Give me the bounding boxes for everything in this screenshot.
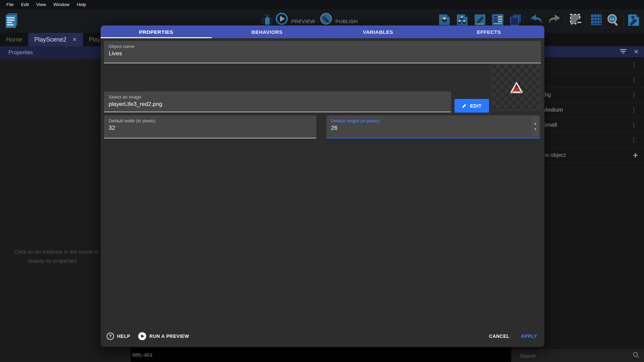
tab-home[interactable]: Home — [0, 33, 28, 46]
help-button[interactable]: ? HELP — [107, 333, 130, 340]
tab-properties[interactable]: PROPERTIES — [101, 25, 212, 38]
default-width-input[interactable] — [109, 125, 312, 131]
ship-sprite-icon — [508, 80, 525, 95]
default-width-field[interactable]: Default width (in pixels) — [104, 115, 316, 138]
object-menu-icon[interactable]: ⋮ — [631, 137, 644, 143]
properties-panel-title: Properties — [8, 50, 33, 56]
filter-icon[interactable] — [620, 49, 627, 55]
pencil-icon — [462, 103, 467, 108]
redo-icon[interactable] — [547, 13, 562, 28]
objects-search-bar — [511, 349, 644, 362]
menu-help[interactable]: Help — [73, 2, 90, 7]
app-window: File Edit View Window Help — [0, 0, 644, 362]
menu-window[interactable]: Window — [50, 2, 73, 7]
object-menu-icon[interactable]: ⋮ — [631, 92, 644, 98]
dialog-footer: ? HELP RUN A PREVIEW CANCEL APPLY — [107, 329, 537, 344]
tab-close-icon[interactable]: ✕ — [72, 37, 77, 43]
svg-text:1:1: 1:1 — [610, 17, 614, 21]
apply-button[interactable]: APPLY — [521, 334, 537, 339]
plus-icon: + — [633, 151, 644, 160]
grid-icon[interactable] — [590, 13, 603, 28]
play-icon — [138, 332, 146, 340]
tab-playscene2-label: PlayScene2 — [34, 36, 66, 43]
menu-view[interactable]: View — [33, 2, 50, 7]
stepper-up-icon[interactable]: ▲ — [534, 122, 537, 125]
zoom-1-1-icon[interactable]: 1:1 — [606, 13, 621, 28]
help-button-label: HELP — [117, 334, 130, 339]
cancel-button-label: CANCEL — [489, 334, 509, 339]
edit-button-label: EDIT — [470, 103, 481, 109]
menu-file[interactable]: File — [3, 2, 17, 7]
object-name-field[interactable]: Object name — [104, 41, 541, 63]
search-icon — [633, 352, 644, 360]
run-preview-button[interactable]: RUN A PREVIEW — [138, 332, 189, 340]
empty-selection-message-line2: display its properties — [28, 258, 77, 264]
tab-play-label: Play — [89, 36, 101, 43]
run-preview-label: RUN A PREVIEW — [149, 334, 189, 339]
tab-playscene2[interactable]: PlayScene2 ✕ — [28, 33, 83, 46]
object-properties-dialog: PROPERTIES BEHAVIORS VARIABLES EFFECTS O… — [101, 25, 544, 347]
object-menu-icon[interactable]: ⋮ — [631, 107, 644, 113]
preview-button[interactable]: PREVIEW — [291, 18, 315, 24]
cancel-button[interactable]: CANCEL — [489, 334, 509, 339]
default-height-field[interactable]: Default height (in pixels) ▲ ▼ — [326, 115, 540, 138]
active-tab-indicator — [101, 37, 212, 38]
number-stepper[interactable]: ▲ ▼ — [532, 117, 539, 136]
close-panel-icon[interactable]: ✕ — [634, 48, 639, 55]
default-width-label: Default width (in pixels) — [109, 118, 156, 123]
wrench-icon[interactable] — [627, 13, 641, 28]
mask-selection-icon[interactable] — [569, 13, 583, 28]
search-input[interactable] — [511, 353, 633, 359]
cursor-coordinates: 585;-453 — [132, 352, 152, 358]
menu-bar: File Edit View Window Help — [0, 0, 644, 9]
sprite-thumbnail[interactable] — [492, 64, 541, 111]
dialog-tab-bar: PROPERTIES BEHAVIORS VARIABLES EFFECTS — [101, 25, 544, 38]
image-select-field[interactable]: Select an image — [104, 92, 451, 112]
object-menu-icon[interactable]: ⋮ — [631, 77, 644, 83]
apply-button-label: APPLY — [521, 334, 537, 339]
default-height-input[interactable] — [331, 125, 535, 131]
scene-canvas[interactable]: 585;-453 — [130, 348, 511, 362]
menu-edit[interactable]: Edit — [17, 2, 33, 7]
default-height-label: Default height (in pixels) — [331, 118, 380, 123]
tab-variables[interactable]: VARIABLES — [323, 25, 434, 38]
publish-globe-icon[interactable] — [319, 12, 333, 27]
image-filename-input[interactable] — [109, 101, 446, 108]
object-name-label: Object name — [109, 44, 135, 49]
edit-image-button[interactable]: EDIT — [454, 99, 489, 113]
help-icon: ? — [107, 333, 114, 340]
image-select-label: Select an image — [109, 95, 141, 100]
publish-button[interactable]: PUBLISH — [335, 18, 358, 24]
empty-selection-message-line1: Click on an instance in the scene to — [14, 249, 99, 255]
object-name-input[interactable] — [109, 50, 536, 57]
tab-effects[interactable]: EFFECTS — [433, 25, 544, 38]
object-menu-icon[interactable]: ⋮ — [631, 122, 644, 128]
events-sheet-icon[interactable] — [3, 12, 19, 31]
stepper-down-icon[interactable]: ▼ — [534, 128, 537, 131]
object-menu-icon[interactable]: ⋮ — [631, 62, 644, 68]
tab-home-label: Home — [6, 36, 22, 43]
preview-play-icon[interactable] — [275, 12, 288, 27]
tab-behaviors[interactable]: BEHAVIORS — [212, 25, 323, 38]
